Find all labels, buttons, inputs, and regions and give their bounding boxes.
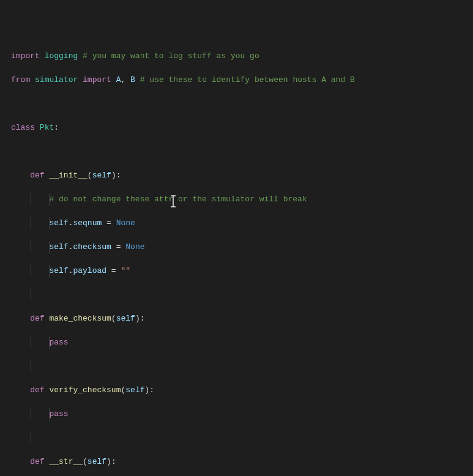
attr-checksum: checksum — [73, 242, 111, 251]
indent-guide — [31, 432, 31, 444]
code-line[interactable]: def __init__(self): — [11, 169, 473, 182]
code-line[interactable]: import logging # you may want to log stu… — [11, 50, 473, 62]
var-self: self — [49, 218, 68, 228]
const-none: None — [125, 242, 144, 251]
param-self: self — [88, 457, 106, 466]
keyword-def: def — [30, 314, 44, 323]
keyword-import: import — [83, 75, 111, 84]
var-self: self — [49, 266, 68, 275]
method-str: __str__ — [49, 457, 83, 466]
symbol-a: A — [116, 75, 121, 84]
method-init: __init__ — [49, 171, 87, 180]
attr-seqnum: seqnum — [73, 218, 102, 228]
indent-guide — [31, 265, 31, 277]
code-line[interactable]: class Pkt: — [11, 122, 473, 134]
code-line[interactable]: # do not change these attr or the simula… — [11, 193, 473, 206]
module-simulator: simulator — [35, 75, 78, 84]
indent-guide — [49, 337, 50, 349]
comment-part-a: # do not change these attr — [49, 195, 173, 204]
indent-guide — [49, 241, 50, 253]
blank-line[interactable] — [11, 146, 473, 158]
indent-guide — [31, 241, 31, 253]
module-logging: logging — [45, 51, 78, 61]
keyword-def: def — [30, 457, 44, 466]
code-line[interactable]: pass — [11, 337, 473, 349]
const-none: None — [116, 218, 135, 228]
keyword-from: from — [11, 75, 30, 84]
keyword-import: import — [11, 51, 40, 61]
indent-guide — [31, 408, 31, 420]
string-empty: "" — [121, 266, 130, 275]
method-verify-checksum: verify_checksum — [49, 385, 121, 395]
code-line[interactable]: self.seqnum = None — [11, 217, 473, 229]
indent-guide — [31, 217, 31, 229]
keyword-pass: pass — [49, 409, 68, 418]
indent-guide — [49, 193, 50, 206]
keyword-pass: pass — [49, 338, 68, 347]
code-line[interactable]: from simulator import A, B # use these t… — [11, 74, 473, 86]
param-self: self — [116, 314, 135, 323]
attr-payload: payload — [73, 266, 106, 275]
indent-guide — [31, 360, 31, 373]
keyword-def: def — [30, 171, 44, 180]
indent-guide — [31, 289, 31, 301]
class-pkt: Pkt — [40, 123, 54, 132]
symbol-b: B — [130, 75, 135, 84]
blank-line[interactable] — [11, 432, 473, 444]
blank-line[interactable] — [11, 289, 473, 301]
code-line[interactable]: self.payload = "" — [11, 265, 473, 277]
code-line[interactable]: def verify_checksum(self): — [11, 384, 473, 396]
comment: # you may want to log stuff as you go — [83, 51, 259, 61]
keyword-def: def — [30, 385, 44, 395]
code-line[interactable]: self.checksum = None — [11, 241, 473, 253]
blank-line[interactable] — [11, 360, 473, 373]
param-self: self — [125, 385, 144, 395]
indent-guide — [31, 337, 31, 349]
comment-part-b: or the simulator will break — [173, 195, 307, 204]
indent-guide — [31, 193, 31, 206]
var-self: self — [49, 242, 68, 251]
method-make-checksum: make_checksum — [49, 314, 111, 323]
code-line[interactable]: pass — [11, 408, 473, 420]
indent-guide — [49, 408, 50, 420]
code-line[interactable]: def make_checksum(self): — [11, 313, 473, 325]
code-line[interactable]: def __str__(self): — [11, 456, 473, 468]
indent-guide — [49, 217, 50, 229]
param-self: self — [92, 171, 111, 180]
keyword-class: class — [11, 123, 35, 132]
comment: # use these to identify between hosts A … — [140, 75, 355, 84]
blank-line[interactable] — [11, 98, 473, 110]
indent-guide — [49, 265, 50, 277]
